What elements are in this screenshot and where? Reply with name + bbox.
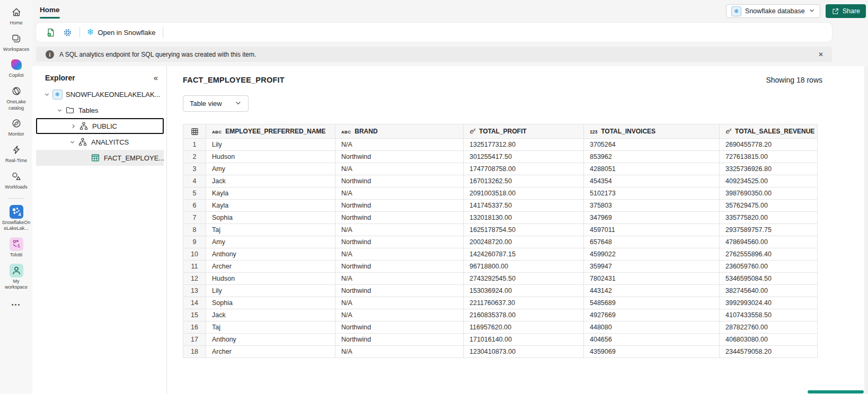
table-row[interactable]: 6KaylaNorthwind141745337.503758033576294… — [183, 200, 818, 212]
table-cell: Amy — [206, 163, 335, 175]
view-selector-dropdown[interactable]: Table view — [183, 95, 249, 112]
column-header-total-invoices[interactable]: 123TOTAL_INVOICES — [584, 124, 720, 139]
column-header-total-profit[interactable]: exTOTAL_PROFIT — [464, 124, 584, 139]
table-row[interactable]: 12HudsonN/A2743292545.507802431534659508… — [183, 273, 818, 285]
rail-item-tolotti[interactable]: 1Tolotti — [0, 238, 32, 258]
open-in-snowflake-button[interactable]: ❄ Open in Snowflake — [87, 28, 156, 37]
rail-item-home[interactable]: Home — [0, 6, 32, 26]
table-cell: 287822760.00 — [720, 321, 818, 334]
table-row[interactable]: 9AmyNorthwind200248720.00657648478694560… — [183, 236, 818, 248]
column-header-brand[interactable]: ABCBRAND — [335, 124, 464, 139]
table-cell: 4107433558.50 — [720, 309, 818, 321]
chevron-down-icon[interactable] — [55, 108, 64, 113]
database-type-selector[interactable]: ❄ Snowflake database — [726, 4, 820, 18]
tree-item-fact-employe[interactable]: FACT_EMPLOYE... — [36, 150, 164, 166]
table-row[interactable]: 1LilyN/A1325177312.8037052642690455778.2… — [183, 139, 818, 151]
rail-item-my-workspace[interactable]: My workspace — [0, 265, 32, 291]
table-cell: N/A — [335, 297, 464, 309]
table-row[interactable]: 8TajN/A1625178754.5045970112937589757.75 — [183, 224, 818, 236]
table-cell: 478694560.00 — [720, 236, 818, 248]
column-header-employee-preferred-name[interactable]: ABCEMPLOYEE_PREFERRED_NAME — [206, 124, 335, 139]
table-cell: 375803 — [584, 200, 720, 212]
rail-item-onelake-catalog[interactable]: OneLake catalog — [0, 85, 32, 111]
tree-item-label: Tables — [78, 106, 99, 114]
rail-item-label: Real-Time — [1, 158, 31, 164]
onelake-catalog-icon — [11, 85, 22, 97]
monitor-icon — [11, 118, 22, 129]
table-cell: 3987690350.00 — [720, 187, 818, 200]
rail-item-label: Tolotti — [1, 252, 31, 258]
settings-gear-icon[interactable] — [63, 28, 73, 38]
table-row[interactable]: 5KaylaN/A2091003518.0051021733987690350.… — [183, 187, 818, 200]
table-row[interactable]: 16TajNorthwind116957620.0044808028782276… — [183, 321, 818, 334]
table-row[interactable]: 13LilyNorthwind153036924.004431423827456… — [183, 285, 818, 297]
table-cell: 1424260787.15 — [464, 248, 584, 261]
chevron-right-icon[interactable] — [69, 123, 77, 129]
column-name: TOTAL_SALES_REVENUE — [735, 128, 814, 135]
table-cell: Northwind — [335, 151, 464, 163]
rail-item-label: OneLake catalog — [1, 99, 31, 111]
vertical-scrollbar[interactable] — [864, 66, 868, 394]
table-cell: Lily — [206, 285, 335, 297]
tree-item-tables[interactable]: Tables — [36, 102, 164, 118]
rail-item-label: My workspace — [1, 279, 31, 291]
table-row[interactable]: 18ArcherN/A1230410873.004359069234457905… — [183, 346, 818, 358]
rail-more-button[interactable]: ••• — [12, 301, 21, 308]
svg-text:4: 4 — [18, 211, 21, 217]
table-cell: Hudson — [206, 151, 335, 163]
table-cell: 4927669 — [584, 309, 720, 321]
rail-item-real-time[interactable]: Real-Time — [0, 144, 32, 164]
table-cell: Kayla — [206, 187, 335, 200]
rail-item-copilot[interactable]: Copilot — [0, 59, 32, 79]
table-cell: Sophia — [206, 212, 335, 224]
row-number-cell: 11 — [183, 261, 206, 273]
table-cell: Northwind — [335, 200, 464, 212]
table-cell: 171016140.00 — [464, 334, 584, 346]
tree-item-public[interactable]: PUBLIC — [36, 118, 164, 134]
tab-home[interactable]: Home — [40, 6, 60, 14]
tree-item-analyitcs[interactable]: ANALYITCS — [36, 134, 164, 150]
table-row[interactable]: 3AmyN/A1747708758.0042880513325736926.80 — [183, 163, 818, 175]
table-cell: 454354 — [584, 175, 720, 187]
open-in-snowflake-label: Open in Snowflake — [98, 29, 155, 37]
tree-item-snowflakeonelakelak[interactable]: ❄SNOWFLAKEONELAKELAK... — [36, 86, 164, 102]
table-cell: 853962 — [584, 151, 720, 163]
chevron-down-icon[interactable] — [68, 139, 76, 145]
column-header-total-sales-revenue[interactable]: exTOTAL_SALES_REVENUE — [720, 124, 818, 139]
table-cell: 5102173 — [584, 187, 720, 200]
table-row[interactable]: 2HudsonNorthwind301255417.50853962727613… — [183, 151, 818, 163]
rail-item-label: SnowflakeOneLakeLak... — [1, 220, 31, 232]
collapse-panel-icon[interactable]: « — [154, 73, 158, 82]
chevron-down-icon[interactable] — [42, 92, 51, 97]
table-row[interactable]: 14SophiaN/A2211760637.305485689399299302… — [183, 297, 818, 309]
snowflake-app-icon: 4 — [10, 206, 23, 218]
rail-item-snowflakeonelakelak[interactable]: 4SnowflakeOneLakeLak... — [0, 206, 32, 232]
table-row[interactable]: 7SophiaNorthwind132018130.00347969335775… — [183, 212, 818, 224]
table-cell: 347969 — [584, 212, 720, 224]
row-number-cell: 3 — [183, 163, 206, 175]
table-row[interactable]: 11ArcherNorthwind96718800.00359947236059… — [183, 261, 818, 273]
rail-item-label: Workspaces — [1, 47, 31, 53]
rail-divider — [8, 198, 24, 199]
table-row[interactable]: 15JackN/A2160835378.0049276694107433558.… — [183, 309, 818, 321]
left-rail: HomeWorkspacesCopilotOneLake catalogMoni… — [0, 0, 32, 394]
explorer-title: Explorer — [45, 74, 75, 82]
chevron-down-icon — [235, 100, 242, 108]
rail-item-monitor[interactable]: Monitor — [0, 118, 32, 138]
rail-item-workloads[interactable]: Workloads — [0, 171, 32, 191]
share-button[interactable]: Share — [826, 4, 866, 18]
banner-close-icon[interactable]: ✕ — [817, 50, 825, 59]
table-cell: 404656 — [584, 334, 720, 346]
snowflake-chip-icon: ❄ — [731, 6, 741, 16]
table-cell: Northwind — [335, 261, 464, 273]
table-cell: Northwind — [335, 321, 464, 334]
toolbar-divider — [163, 27, 163, 38]
table-cell: Archer — [206, 261, 335, 273]
workspaces-icon — [11, 33, 22, 44]
rail-item-workspaces[interactable]: Workspaces — [0, 33, 32, 53]
horizontal-scrollbar-thumb[interactable] — [808, 390, 864, 393]
table-row[interactable]: 17AnthonyNorthwind171016140.004046564068… — [183, 334, 818, 346]
table-row[interactable]: 4JackNorthwind167013262.5045435440923452… — [183, 175, 818, 187]
sql-endpoint-icon[interactable] — [46, 28, 56, 38]
table-row[interactable]: 10AnthonyN/A1424260787.15459902227625558… — [183, 248, 818, 261]
